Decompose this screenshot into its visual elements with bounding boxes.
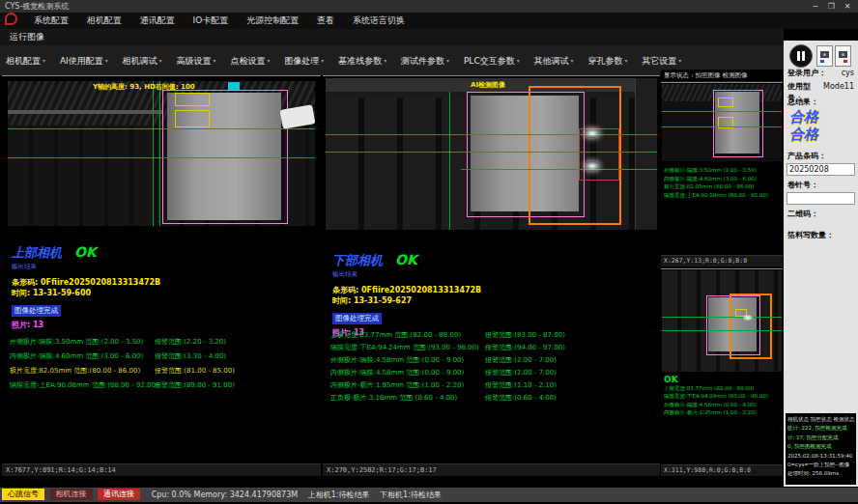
- reel-number-label: 卷针号：: [787, 180, 818, 191]
- pause-icon: [797, 51, 800, 61]
- foil-count-label: 箔料写数量：: [787, 230, 834, 241]
- cpu-memory-readout: Cpu: 0.0% Memory: 3424.41790873M: [152, 490, 299, 499]
- measurement-row: 内侧极片-隔膜:4.58mm 范围:(0.00 - 9.00)报警范围:(2.0…: [330, 367, 565, 379]
- chevron-down-icon: ▾: [43, 57, 45, 64]
- preview-ok-status: OK: [664, 376, 768, 384]
- measurement-row: 极片宽度:82.05mm 范围:(80.00 - 86.00)报警范围:(81.…: [10, 364, 235, 378]
- stats-line: 处理时间: 258.09ms: [787, 469, 854, 478]
- measure-text: 外侧极片-隔膜:3.50mm 范围:(2.00 - 3.50): [10, 335, 155, 350]
- tool-ai-config[interactable]: AI使用配置▾: [54, 45, 114, 76]
- tool-advanced-settings[interactable]: 高级设置▾: [170, 45, 221, 76]
- preview-line: 内侧极片-隔膜:4.60mm (3.00 - 6.00): [664, 175, 768, 183]
- lower-preview-panel[interactable]: OK 上极宽度:83.77mm (82.00 - 88.00) 隔膜宽度-下EA…: [661, 268, 783, 476]
- measurement-row: 外侧极片-隔膜:3.50mm 范围:(2.00 - 3.50)报警范围:(2.2…: [10, 335, 235, 350]
- close-icon[interactable]: ✕: [841, 0, 854, 13]
- measurement-row: 内侧极片-极片:1.95mm 范围:(1.00 - 2.20)报警范围:(1.1…: [330, 379, 565, 392]
- tool-other-debug[interactable]: 其他调试▾: [529, 45, 580, 76]
- measurement-row: 隔膜宽度-上EA:90.08mm 范围:(88.00 - 92.00)报警范围:…: [10, 378, 235, 393]
- machine-edge: [8, 110, 162, 114]
- model-value[interactable]: Mode11: [823, 81, 854, 104]
- blue-indicator: [820, 60, 824, 63]
- camera-connection-badge: 相机连接: [50, 489, 93, 500]
- measure-line: [326, 134, 657, 135]
- tool-baseline-params[interactable]: 基准线参数▾: [332, 45, 392, 76]
- tool-camera-config[interactable]: 相机配置▾: [0, 45, 51, 76]
- highlight-chip: [228, 82, 240, 90]
- tool-camera-debug[interactable]: 相机调试▾: [117, 45, 168, 76]
- measure-line: [449, 92, 450, 230]
- machine-edge: [635, 78, 657, 230]
- minimize-icon[interactable]: ─: [809, 0, 822, 13]
- tool-label: 点检设置: [230, 56, 265, 66]
- total-result-label: 总结果：: [787, 97, 818, 108]
- upper-camera-view[interactable]: Y轴的高度: 93, HD右间值: 100 上部相机 OK 输出结果 条形码: …: [2, 75, 321, 476]
- chevron-down-icon: ▾: [105, 57, 108, 64]
- window-controls: ─ ❐ ✕: [809, 0, 854, 13]
- menu-bar: 系统配置 相机配置 通讯配置 IO卡配置 光源控制配置 查看 系统语言切换: [0, 13, 858, 29]
- qr-code-label: 二维码：: [787, 209, 818, 220]
- result-sub: 输出结果: [12, 263, 160, 271]
- barcode-line: 条形码: 0Ffiire2025020813313472B: [12, 277, 160, 288]
- menu-language[interactable]: 系统语言切换: [345, 13, 413, 29]
- measurement-row: 正负极-极片:3.16mm 范围:(0.60 - 4.00)报警范围:(0.60…: [330, 392, 565, 405]
- tool-image-process[interactable]: 图像处理▾: [278, 45, 329, 76]
- measure-warn: 报警范围:(0.60 - 4.00): [485, 392, 557, 405]
- upper-preview-image[interactable]: [662, 84, 782, 161]
- stats-panel: 相机状态 拍照状态 检测状态 统计: 222, 拍照检测完成 计: 17, 拍照…: [786, 413, 856, 485]
- chevron-down-icon: ▾: [446, 57, 449, 64]
- camera-capture-button[interactable]: [816, 45, 833, 67]
- tool-spot-check[interactable]: 点检设置▾: [224, 45, 275, 76]
- measure-warn: 报警范围:(2.20 - 3.20): [155, 335, 226, 350]
- camera-lens-icon: [823, 53, 826, 56]
- upper-measurements: 外侧极片-隔膜:3.50mm 范围:(2.00 - 3.50)报警范围:(2.2…: [10, 335, 235, 393]
- lower-camera-image[interactable]: AI检测图像: [326, 78, 657, 230]
- stats-line: 2025:02:08-13:31:59:40: [787, 452, 854, 461]
- pixel-coords-readout: X:311,Y:980;R:0;G:0;B:0: [661, 464, 783, 476]
- preview-line: 外侧极片-隔膜:3.50mm (2.00 - 3.50): [664, 166, 768, 175]
- preview-line: 外侧极片-隔膜:4.58mm (0.00 - 9.00): [664, 401, 768, 409]
- tab-run-image-label: 运行图像: [10, 32, 44, 42]
- maximize-icon[interactable]: ❐: [824, 0, 838, 13]
- product-barcode-input[interactable]: 20250208: [786, 163, 855, 176]
- pause-icon: [802, 51, 805, 61]
- menu-camera-config[interactable]: 相机配置: [79, 13, 129, 29]
- tool-label: 其它设置: [642, 56, 676, 66]
- tool-hole-params[interactable]: 穿孔参数▾: [582, 45, 633, 76]
- measure-line: [8, 157, 315, 158]
- lower-camera-view[interactable]: AI检测图像 下部相机 OK 输出结果 条形码: 0Ffiire20250208…: [323, 75, 660, 476]
- measure-warn: 报警范围:(94.00 - 97.00): [485, 342, 565, 354]
- preview-line: 隔膜宽度-下EA:94.24mm (93.00 - 98.00): [664, 392, 768, 401]
- total-result-lower: 合格: [789, 126, 818, 143]
- lower-preview-image[interactable]: [662, 270, 782, 372]
- menu-system-config[interactable]: 系统配置: [26, 13, 76, 29]
- measure-text: 上极宽度:83.77mm 范围:(82.00 - 88.00): [330, 329, 485, 342]
- measurement-row: 上极宽度:83.77mm 范围:(82.00 - 88.00)报警范围:(83.…: [330, 329, 565, 342]
- menu-view[interactable]: 查看: [309, 13, 342, 29]
- menu-light-config[interactable]: 光源控制配置: [239, 13, 306, 29]
- result-status: OK: [74, 244, 97, 260]
- tool-label: 穿孔参数: [587, 56, 622, 66]
- chevron-down-icon: ▾: [517, 57, 520, 64]
- result-title: 上部相机: [12, 245, 62, 260]
- measure-line: [461, 169, 657, 170]
- tool-testpiece-params[interactable]: 测试件参数▾: [395, 45, 455, 76]
- tool-plc-params[interactable]: PLC交互参数▾: [458, 45, 526, 76]
- pause-button[interactable]: [789, 44, 813, 68]
- upper-preview-panel[interactable]: 外侧极片-隔膜:3.50mm (2.00 - 3.50) 内侧极片-隔膜:4.6…: [661, 82, 783, 266]
- measure-line: [662, 126, 782, 127]
- image-overlay-note: Y轴的高度: 93, HD右间值: 100: [93, 82, 195, 92]
- menu-io-config[interactable]: IO卡配置: [186, 13, 237, 29]
- tab-run-image[interactable]: 运行图像: [0, 29, 784, 45]
- reel-number-input[interactable]: [786, 192, 855, 205]
- lower-camera-result: 下相机1:待检结果: [380, 490, 442, 499]
- roi-box: [729, 294, 772, 359]
- chevron-down-icon: ▾: [213, 57, 215, 64]
- chevron-down-icon: ▾: [267, 57, 270, 64]
- roi-box: [175, 93, 210, 106]
- upper-camera-image[interactable]: Y轴的高度: 93, HD右间值: 100: [8, 81, 315, 226]
- time-line: 时间: 13-31-59-627: [332, 295, 481, 306]
- lock-settings-button[interactable]: [835, 45, 851, 67]
- status-bar: 心跳信号 相机连接 通讯连接 Cpu: 0.0% Memory: 3424.41…: [0, 488, 858, 502]
- menu-comm-config[interactable]: 通讯配置: [132, 13, 183, 29]
- measurement-row: 内侧极片-隔膜:4.60mm 范围:(3.00 - 6.00)报警范围:(3.3…: [10, 350, 235, 364]
